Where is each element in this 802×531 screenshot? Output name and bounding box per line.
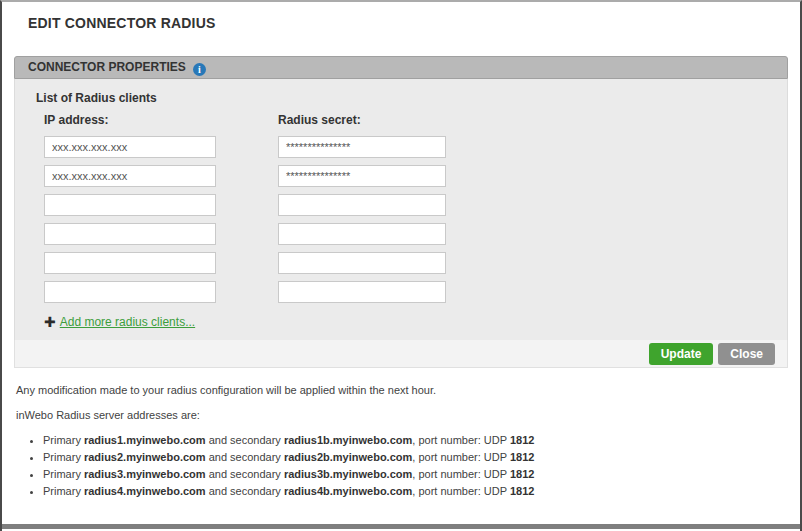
- radius-secret-header: Radius secret:: [278, 113, 446, 127]
- radius-secret-input-6[interactable]: [278, 281, 446, 303]
- server-tail: , port number: UDP: [412, 434, 507, 446]
- server-mid: and secondary: [209, 485, 281, 497]
- update-button[interactable]: Update: [649, 343, 714, 365]
- server-port: 1812: [510, 485, 534, 497]
- radius-clients-section-label: List of Radius clients: [36, 91, 787, 105]
- server-tail: , port number: UDP: [412, 485, 507, 497]
- connector-properties-panel: CONNECTOR PROPERTIESi List of Radius cli…: [14, 56, 788, 368]
- secondary-host: radius2b.myinwebo.com: [284, 451, 412, 463]
- secondary-host: radius1b.myinwebo.com: [284, 434, 412, 446]
- page-title: EDIT CONNECTOR RADIUS: [28, 15, 800, 31]
- primary-host: radius4.myinwebo.com: [84, 485, 206, 497]
- server-mid: and secondary: [209, 451, 281, 463]
- radius-secret-column: Radius secret:: [278, 113, 446, 310]
- server-tail: , port number: UDP: [412, 451, 507, 463]
- modification-note: Any modification made to your radius con…: [16, 384, 800, 396]
- radius-secret-input-3[interactable]: [278, 194, 446, 216]
- connector-properties-header: CONNECTOR PROPERTIESi: [14, 56, 788, 79]
- radius-secret-input-2[interactable]: [278, 165, 446, 187]
- server-address-item: Primary radius1.myinwebo.com and seconda…: [43, 434, 800, 446]
- radius-clients-columns: IP address: Radius secret:: [44, 113, 787, 310]
- server-lead: Primary: [43, 468, 81, 480]
- panel-footer: Update Close: [14, 340, 788, 368]
- secondary-host: radius4b.myinwebo.com: [284, 485, 412, 497]
- close-button[interactable]: Close: [718, 343, 775, 365]
- ip-address-input-3[interactable]: [44, 194, 216, 216]
- secondary-host: radius3b.myinwebo.com: [284, 468, 412, 480]
- server-lead: Primary: [43, 485, 81, 497]
- add-more-radius-clients-link[interactable]: Add more radius clients...: [60, 315, 195, 329]
- server-lead: Primary: [43, 451, 81, 463]
- panel-body: List of Radius clients IP address: Radiu…: [14, 79, 788, 340]
- add-more-clients-row: ✚ Add more radius clients...: [44, 315, 787, 329]
- radius-secret-input-5[interactable]: [278, 252, 446, 274]
- radius-secret-input-4[interactable]: [278, 223, 446, 245]
- plus-icon: ✚: [44, 315, 56, 329]
- server-mid: and secondary: [209, 434, 281, 446]
- ip-address-column: IP address:: [44, 113, 216, 310]
- servers-intro: inWebo Radius server addresses are:: [16, 409, 800, 421]
- server-tail: , port number: UDP: [412, 468, 507, 480]
- ip-address-input-2[interactable]: [44, 165, 216, 187]
- panel-header-title: CONNECTOR PROPERTIES: [28, 60, 186, 74]
- edit-connector-radius-window: EDIT CONNECTOR RADIUS CONNECTOR PROPERTI…: [0, 0, 802, 531]
- primary-host: radius3.myinwebo.com: [84, 468, 206, 480]
- server-address-list: Primary radius1.myinwebo.com and seconda…: [43, 434, 800, 497]
- server-lead: Primary: [43, 434, 81, 446]
- radius-secret-input-1[interactable]: [278, 136, 446, 158]
- server-mid: and secondary: [209, 468, 281, 480]
- window-bottom-bar: [2, 524, 800, 529]
- primary-host: radius2.myinwebo.com: [84, 451, 206, 463]
- server-port: 1812: [510, 451, 534, 463]
- notes-section: Any modification made to your radius con…: [16, 384, 800, 497]
- server-port: 1812: [510, 468, 534, 480]
- server-address-item: Primary radius4.myinwebo.com and seconda…: [43, 485, 800, 497]
- primary-host: radius1.myinwebo.com: [84, 434, 206, 446]
- ip-address-header: IP address:: [44, 113, 216, 127]
- server-port: 1812: [510, 434, 534, 446]
- ip-address-input-5[interactable]: [44, 252, 216, 274]
- server-address-item: Primary radius2.myinwebo.com and seconda…: [43, 451, 800, 463]
- ip-address-input-6[interactable]: [44, 281, 216, 303]
- info-icon[interactable]: i: [193, 63, 206, 76]
- server-address-item: Primary radius3.myinwebo.com and seconda…: [43, 468, 800, 480]
- ip-address-input-4[interactable]: [44, 223, 216, 245]
- ip-address-input-1[interactable]: [44, 136, 216, 158]
